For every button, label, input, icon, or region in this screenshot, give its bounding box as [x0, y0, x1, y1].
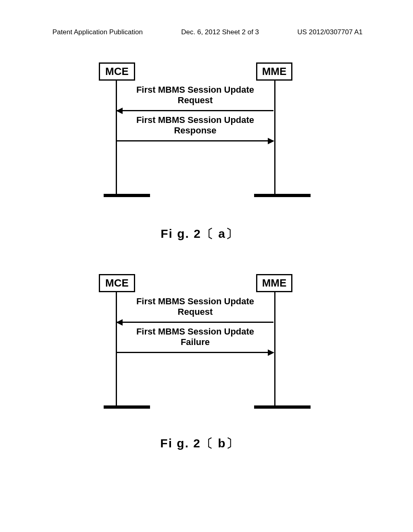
entity-mme-label: MME [262, 65, 287, 77]
message-response-line2: Response [174, 125, 216, 135]
message-failure: First MBMS Session Update Failure [117, 326, 273, 347]
arrow-response [117, 140, 273, 141]
arrow-failure [117, 352, 273, 353]
caption-a-text: Fi g. 2〔 a〕 [161, 227, 239, 240]
entity-mce: MCE [99, 62, 135, 81]
arrow-request [117, 110, 273, 111]
caption-b-text: Fi g. 2〔 b〕 [160, 436, 239, 450]
message-request-line1: First MBMS Session Update [136, 85, 254, 95]
lifeline-end-mce [104, 405, 150, 409]
figure-caption-a: Fi g. 2〔 a〕 [103, 226, 296, 242]
entity-mme: MME [256, 62, 292, 81]
entity-mme-label: MME [262, 277, 287, 289]
message-request: First MBMS Session Update Request [117, 296, 273, 317]
header-publication-type: Patent Application Publication [52, 28, 143, 36]
lifeline-end-mce [104, 194, 150, 197]
lifeline-end-mme [254, 194, 311, 197]
message-response-line1: First MBMS Session Update [136, 115, 254, 125]
lifeline-mme [274, 80, 275, 197]
message-request-line2: Request [178, 95, 213, 105]
message-failure-line1: First MBMS Session Update [136, 326, 254, 337]
entity-mce-label: MCE [105, 65, 129, 77]
lifeline-end-mme [254, 405, 311, 409]
arrow-request [117, 322, 273, 323]
entity-mce: MCE [99, 274, 135, 292]
entity-mce-label: MCE [105, 277, 129, 289]
message-request-line2: Request [178, 307, 213, 317]
page-header: Patent Application Publication Dec. 6, 2… [0, 28, 413, 36]
entity-mme: MME [256, 274, 292, 292]
lifeline-mme [274, 292, 275, 409]
message-request-line1: First MBMS Session Update [136, 296, 254, 306]
message-failure-line2: Failure [181, 337, 210, 347]
figure-caption-b: Fi g. 2〔 b〕 [103, 435, 296, 452]
header-publication-number: US 2012/0307707 A1 [297, 28, 363, 36]
message-request: First MBMS Session Update Request [117, 85, 273, 106]
message-response: First MBMS Session Update Response [117, 115, 273, 136]
header-date-sheet: Dec. 6, 2012 Sheet 2 of 3 [181, 28, 259, 36]
